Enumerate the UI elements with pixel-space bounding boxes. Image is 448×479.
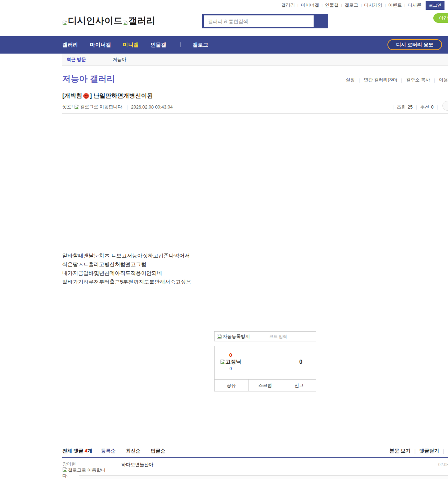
top-link-person-gallery[interactable]: 인물갤	[325, 2, 339, 8]
upvote-count[interactable]: 0	[215, 352, 247, 358]
main-nav: 갤러리 마이너갤 미니갤 인물갤 갤로그	[0, 36, 448, 54]
search-box	[202, 14, 328, 28]
view-count-label: 조회	[397, 104, 406, 110]
vote-buttons: 공유 스크랩 신고	[215, 379, 316, 391]
nav-item-person-gallery[interactable]: 인물갤	[150, 42, 166, 48]
divider	[180, 42, 181, 47]
site-logo[interactable]: 디시인사이드 갤러리	[62, 15, 155, 27]
divider: |	[416, 104, 417, 110]
fixed-nick-alt: 고정닉	[225, 359, 241, 365]
recommend-count-label: 추천	[420, 104, 429, 110]
top-link-dccon[interactable]: 디시콘	[408, 2, 421, 8]
top-link-gallery[interactable]: 갤러리	[281, 2, 295, 8]
page: 갤러리| 마이너갤| 인물갤| 갤로그| 디시게임| 이벤트| 디시콘 로그인 …	[0, 0, 448, 479]
search-input[interactable]	[204, 15, 314, 27]
comment-text: 하다보면늘잔아	[121, 461, 153, 468]
top-utility-bar: 갤러리| 마이너갤| 인물갤| 갤로그| 디시게임| 이벤트| 디시콘 로그인	[0, 0, 448, 11]
captcha-box: 자동등록방지	[214, 331, 316, 341]
post-body: 알바할때맨날눈치ㅈ ㄴ보고저능아짓하고겁존나먹어서 식은땀ㅈㄴ흘리고병신처럼떨고…	[62, 114, 448, 286]
post-title: [개박침 ] 난일만하면개병신이됨	[62, 92, 448, 100]
divider: |	[401, 77, 402, 83]
gallery-header-links: 설정| 연관 갤러리(3/0)| 갤주소 복사| 이용	[346, 77, 448, 83]
gallery-settings-link[interactable]: 설정	[346, 77, 355, 83]
dc-lottery-button[interactable]: 디시 로터리 응모	[387, 39, 442, 50]
upvote-column: 0 고정닉 0	[215, 352, 247, 371]
captcha-image-alt: 자동등록방지	[223, 333, 250, 340]
gallog-link-alt[interactable]: 갤로그로 이동합니다.	[80, 104, 124, 110]
usage-guide-link[interactable]: 이용	[439, 77, 448, 83]
comments-total-label: 전체 댓글	[62, 448, 83, 453]
vote-numbers: 0 고정닉 0 0	[215, 346, 316, 380]
divider: |	[322, 3, 323, 7]
nav-item-gallog[interactable]: 갤로그	[192, 42, 208, 48]
comments-section: 전체 댓글 4개 등록순 최신순 답글순 본문 보기 | 댓글닫기 | 강아현 …	[62, 445, 448, 479]
broken-image-icon	[220, 359, 225, 365]
login-button[interactable]: 로그인	[426, 1, 444, 10]
breadcrumb-current-gallery[interactable]: 저능아	[113, 56, 126, 63]
copy-gallery-url-link[interactable]: 갤주소 복사	[406, 77, 430, 83]
post-stats: | 조회 25 | 추천 0 |	[389, 103, 448, 111]
divider: |	[443, 448, 444, 454]
broken-image-icon	[62, 467, 68, 472]
divider: |	[414, 448, 416, 454]
view-post-link[interactable]: 본문 보기	[390, 448, 411, 454]
comments-header-links: 본문 보기 | 댓글닫기 |	[390, 448, 448, 454]
comments-total: 전체 댓글 4개	[62, 448, 92, 454]
divider: |	[385, 3, 386, 7]
nav-item-gallery[interactable]: 갤러리	[62, 42, 78, 48]
search-button[interactable]	[314, 15, 327, 27]
nav-item-mini-gallery[interactable]: 미니갤	[123, 42, 139, 48]
tab-sort-newest[interactable]: 최신순	[126, 448, 141, 454]
scrap-button[interactable]: 스크랩	[248, 380, 282, 391]
recommend-count: 0	[431, 104, 433, 110]
comment-move-button[interactable]	[442, 101, 448, 111]
top-link-minor-gallery[interactable]: 마이너갤	[301, 2, 319, 8]
tab-sort-reply[interactable]: 답글순	[151, 448, 166, 454]
fixed-nick-count: 0	[215, 366, 247, 371]
divider: |	[360, 3, 362, 7]
divider: |	[127, 104, 128, 110]
divider: |	[404, 3, 405, 7]
related-galleries-link[interactable]: 연관 갤러리(3/0)	[364, 77, 397, 83]
view-count: 25	[408, 104, 413, 110]
divider: |	[392, 104, 393, 110]
comment-time: 02.08	[438, 462, 448, 467]
gallery-title[interactable]: 저능아 갤러리	[62, 70, 115, 84]
comments-total-count: 4	[85, 448, 88, 453]
captcha-code-input[interactable]	[250, 334, 316, 339]
divider: |	[341, 3, 342, 7]
fixed-nick-row: 고정닉	[215, 359, 247, 365]
broken-image-icon	[217, 334, 222, 339]
post-author[interactable]: 싯포!	[62, 104, 73, 110]
top-link-event[interactable]: 이벤트	[388, 2, 402, 8]
logo-text-gallery: 갤러리	[128, 15, 155, 27]
comment-author[interactable]: 강아현	[62, 461, 448, 467]
night-mode-button[interactable]: 야간 모드	[433, 13, 448, 23]
vote-box: 0 고정닉 0 0 공유 스크랩 신고	[214, 346, 316, 391]
close-comments-link[interactable]: 댓글닫기	[419, 448, 439, 454]
broken-image-icon	[122, 20, 128, 26]
post-title-prefix: [개박침	[62, 92, 82, 100]
share-button[interactable]: 공유	[215, 380, 248, 391]
nav-item-minor-gallery[interactable]: 마이너갤	[90, 42, 111, 48]
comment-reply-box[interactable]	[79, 475, 448, 479]
tab-sort-registered[interactable]: 등록순	[101, 448, 116, 454]
report-button[interactable]: 신고	[282, 380, 316, 391]
post-image-area	[62, 114, 448, 251]
comment-sort-tabs: 등록순 최신순 답글순	[101, 448, 166, 454]
post-body-line: 식은땀ㅈㄴ흘리고병신처럼떨고그럼	[62, 260, 448, 269]
divider: |	[434, 77, 435, 83]
top-link-gallog[interactable]: 갤로그	[344, 2, 358, 8]
broken-image-icon	[74, 104, 79, 110]
post-body-line: 알바가기하루전부터출근5분전까지도불안해서죽고싶음	[62, 277, 448, 286]
breadcrumb: 최근 방문 저능아	[62, 54, 448, 66]
post-body-line: 알바할때맨날눈치ㅈ ㄴ보고저능아짓하고겁존나먹어서	[62, 251, 448, 260]
gallery-header: 저능아 갤러리 설정| 연관 갤러리(3/0)| 갤주소 복사| 이용	[62, 70, 448, 88]
recent-visit-label[interactable]: 최근 방문	[66, 56, 86, 63]
post-date: 2026.02.08 00:43:04	[131, 104, 173, 110]
downvote-count[interactable]: 0	[299, 359, 302, 365]
post-body-line: 내가지금알바몇년찬데아직도적응이안되네	[62, 269, 448, 277]
comments-total-unit: 개	[88, 448, 92, 453]
broken-image-icon	[62, 20, 68, 26]
top-link-dcgame[interactable]: 디시게임	[364, 2, 382, 8]
